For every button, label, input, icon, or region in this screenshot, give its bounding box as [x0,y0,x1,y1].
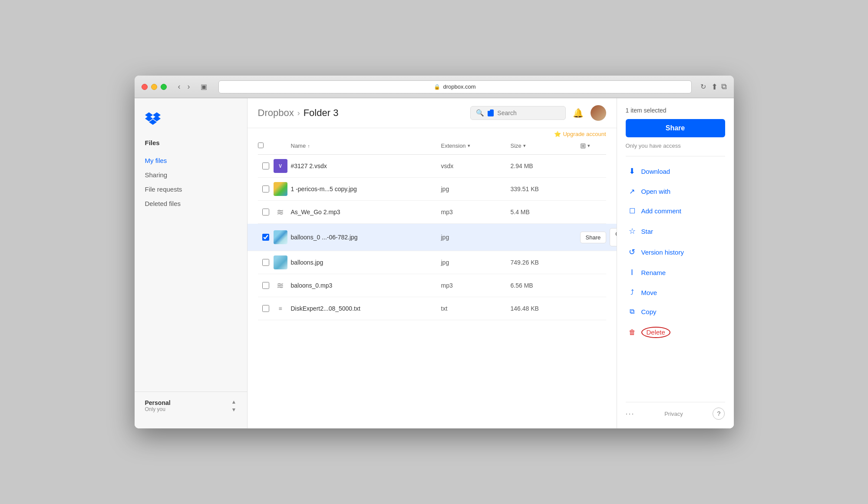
extension-col-header[interactable]: Extension ▾ [441,143,511,149]
file-extension: jpg [441,259,511,266]
breadcrumb-root[interactable]: Dropbox [258,107,294,119]
account-expand[interactable]: ▲ ▼ [231,399,237,413]
refresh-button[interactable]: ↻ [700,83,706,91]
row-checkbox[interactable] [262,209,269,216]
sort-arrow-icon: ↑ [307,143,310,149]
file-thumbnail [274,255,287,269]
file-name: #3127 2.vsdx [291,162,441,169]
sidebar-item-files[interactable]: Files [140,136,242,150]
search-input[interactable] [497,109,560,116]
top-bar-right: 🔍 🔔 [470,105,606,121]
table-row[interactable]: ≡ DiskExpert2...08_5000.txt txt 146.48 K… [258,297,606,320]
table-row[interactable]: 1 -pericos-m...5 copy.jpg jpg 339.51 KB [258,178,606,201]
action-open-with[interactable]: ↗ Open with [626,184,725,199]
star-action-icon: ☆ [627,226,637,236]
action-copy[interactable]: ⧉ Copy [626,305,725,318]
version-history-icon: ↺ [627,247,637,257]
select-all-checkbox[interactable] [258,143,264,148]
rename-icon: I [627,268,637,277]
file-name: DiskExpert2...08_5000.txt [291,305,441,312]
add-comment-label: Add comment [641,207,682,215]
share-window-button[interactable]: ⬆ [711,82,718,92]
table-row[interactable]: balloons.jpg jpg 749.26 KB [258,251,606,274]
more-options-button[interactable]: ··· [626,409,635,418]
file-thumbnail: ≋ [274,279,287,292]
search-folder-icon [488,109,494,116]
name-col-header[interactable]: Name ↑ [291,143,441,149]
table-row[interactable]: ≋ baloons_0.mp3 mp3 6.56 MB [258,274,606,297]
delete-icon: 🗑 [627,328,637,336]
view-options-col-header[interactable]: ⊞ ▾ [580,142,606,150]
traffic-lights [142,84,167,90]
user-avatar[interactable] [591,105,606,121]
action-delete[interactable]: 🗑 Delete [626,324,725,341]
delete-circle-highlight: Delete [641,327,670,338]
new-tab-button[interactable]: ⧉ [721,82,727,92]
sidebar-item-deleted-files[interactable]: Deleted files [140,196,242,211]
rename-label: Rename [641,269,666,276]
table-row[interactable]: V #3127 2.vsdx vsdx 2.94 MB [258,155,606,178]
row-checkbox-container [258,282,274,289]
view-options-arrow-icon: ▾ [587,143,590,149]
star-icon: ⭐ [554,131,561,137]
browser-window: ‹ › ▣ 🔒 dropbox.com ↻ ⬆ ⧉ [135,76,734,428]
forward-button[interactable]: › [185,81,193,92]
row-share-button[interactable]: Share [580,232,607,243]
move-label: Move [641,289,657,296]
file-size: 5.4 MB [511,209,580,216]
row-checkbox[interactable] [262,259,269,266]
table-row[interactable]: balloons_0 ...-06-782.jpg jpg Share Open… [248,224,617,251]
share-main-button[interactable]: Share [626,119,725,137]
action-star[interactable]: ☆ Star [626,223,725,239]
action-move[interactable]: ⤴ Move [626,285,725,299]
table-row[interactable]: ≋ As_We_Go 2.mp3 mp3 5.4 MB [258,201,606,224]
size-col-header[interactable]: Size ▾ [511,143,580,149]
row-checkbox-container [258,209,274,216]
back-button[interactable]: ‹ [175,81,183,92]
upgrade-account-button[interactable]: ⭐ Upgrade account [554,131,606,137]
dropbox-logo-icon [145,111,161,125]
sidebar-item-my-files[interactable]: My files [140,153,242,168]
row-checkbox[interactable] [262,234,269,241]
close-button[interactable] [142,84,148,90]
help-button[interactable]: ? [713,408,725,420]
row-checkbox[interactable] [262,282,269,289]
vsdx-icon: V [274,159,287,173]
breadcrumb-folder: Folder 3 [304,107,339,119]
privacy-link[interactable]: Privacy [664,411,683,417]
row-checkbox-container [258,259,274,266]
sidebar: Files My files Sharing File requests Del… [135,98,248,428]
selection-count: 1 item selected [626,107,725,114]
upgrade-bar: ⭐ Upgrade account [248,128,617,137]
extension-filter-icon: ▾ [468,143,470,149]
action-add-comment[interactable]: ☐ Add comment [626,204,725,218]
maximize-button[interactable] [161,84,167,90]
download-label: Download [641,168,670,175]
split-view-button[interactable]: ▣ [198,82,210,92]
file-size: 6.56 MB [511,282,580,289]
window-actions: ⬆ ⧉ [711,82,727,92]
row-open-with-button[interactable]: Open with ▾ [610,228,616,246]
minimize-button[interactable] [151,84,157,90]
action-version-history[interactable]: ↺ Version history [626,244,725,260]
file-extension: mp3 [441,282,511,289]
nav-buttons: ‹ › [175,81,193,92]
action-download[interactable]: ⬇ Download [626,163,725,179]
row-checkbox[interactable] [262,186,269,192]
sidebar-logo [135,107,247,136]
sidebar-item-sharing[interactable]: Sharing [140,168,242,182]
row-checkbox[interactable] [262,162,269,169]
notification-bell-button[interactable]: 🔔 [573,108,584,118]
file-extension: jpg [441,186,511,192]
row-checkbox-container [258,234,274,241]
row-checkbox[interactable] [262,305,269,312]
file-extension: txt [441,305,511,312]
action-rename[interactable]: I Rename [626,265,725,280]
file-name: As_We_Go 2.mp3 [291,209,441,216]
file-list-container: Name ↑ Extension ▾ Size ▾ ⊞ ▾ [248,137,617,428]
avatar-image [591,105,606,121]
sidebar-item-file-requests[interactable]: File requests [140,182,242,196]
access-text: Only you have access [626,143,725,149]
size-filter-icon: ▾ [523,143,526,149]
mp3-waveform-icon: ≋ [277,207,284,217]
